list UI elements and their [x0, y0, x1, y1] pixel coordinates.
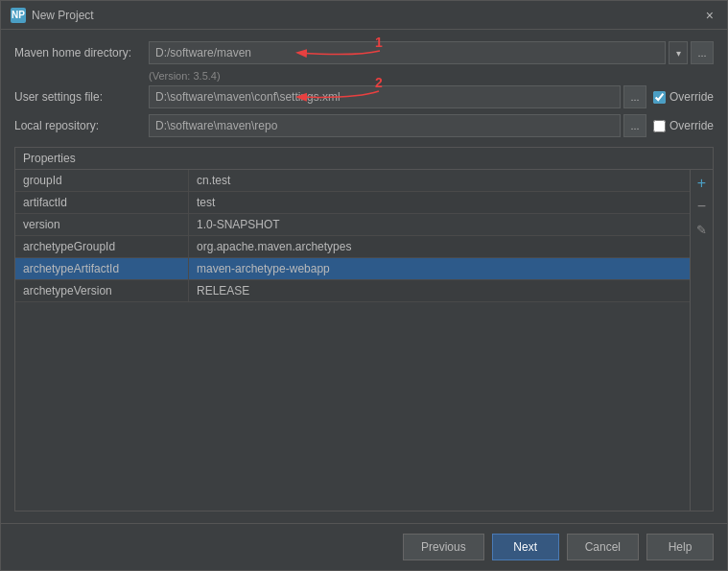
- close-button[interactable]: ×: [702, 7, 717, 24]
- table-row[interactable]: archetypeArtifactId maven-archetype-weba…: [15, 258, 690, 280]
- prop-value: cn.test: [188, 170, 690, 191]
- prop-value: org.apache.maven.archetypes: [188, 236, 690, 257]
- user-settings-override-label: Override: [669, 90, 714, 104]
- local-repo-row: Local repository: ... Override: [14, 114, 714, 137]
- local-repo-label: Local repository:: [14, 119, 149, 132]
- properties-sidebar: + − ✎: [690, 170, 713, 511]
- new-project-dialog: NP New Project × 1 2 Ma: [0, 0, 728, 571]
- user-settings-row: User settings file: ... Override: [14, 85, 714, 108]
- user-settings-input-group: ... Override: [149, 85, 714, 108]
- table-row[interactable]: version 1.0-SNAPSHOT: [15, 214, 690, 236]
- local-repo-browse[interactable]: ...: [623, 114, 646, 137]
- user-settings-override-checkbox[interactable]: [653, 91, 666, 104]
- table-row[interactable]: artifactId test: [15, 192, 690, 214]
- maven-version-text: (Version: 3.5.4): [149, 70, 714, 82]
- title-bar: NP New Project ×: [1, 1, 727, 30]
- maven-home-dropdown[interactable]: ▾: [669, 41, 688, 64]
- prop-value: 1.0-SNAPSHOT: [188, 214, 690, 235]
- properties-body: groupId cn.test artifactId test version …: [15, 170, 713, 511]
- add-property-button[interactable]: +: [693, 174, 712, 193]
- prop-key: version: [15, 214, 188, 235]
- bottom-bar: Previous Next Cancel Help: [1, 523, 727, 570]
- maven-home-browse[interactable]: ...: [691, 41, 714, 64]
- user-settings-browse[interactable]: ...: [623, 85, 646, 108]
- table-row[interactable]: groupId cn.test: [15, 170, 690, 192]
- local-repo-override-label: Override: [669, 119, 714, 132]
- maven-home-row: Maven home directory: ▾ ...: [14, 41, 714, 64]
- user-settings-label: User settings file:: [14, 90, 149, 104]
- prop-key: archetypeGroupId: [15, 236, 188, 257]
- user-settings-input[interactable]: [149, 85, 621, 108]
- table-row[interactable]: archetypeVersion RELEASE: [15, 280, 690, 302]
- prop-key: archetypeVersion: [15, 280, 188, 301]
- prop-key: artifactId: [15, 192, 188, 213]
- next-button[interactable]: Next: [492, 534, 559, 560]
- maven-home-label: Maven home directory:: [14, 46, 149, 59]
- local-repo-input[interactable]: [149, 114, 621, 137]
- user-settings-override-group: Override: [653, 85, 714, 108]
- remove-property-button[interactable]: −: [693, 197, 712, 216]
- dialog-content: 1 2 Maven home directory: ▾ ...: [1, 30, 727, 523]
- prop-value: maven-archetype-webapp: [188, 258, 690, 279]
- previous-button[interactable]: Previous: [403, 534, 484, 560]
- prop-value: RELEASE: [188, 280, 690, 301]
- dialog-icon: NP: [11, 8, 26, 23]
- local-repo-override-group: Override: [653, 114, 714, 137]
- help-button[interactable]: Help: [646, 534, 714, 560]
- properties-header: Properties: [15, 148, 713, 170]
- properties-section: Properties groupId cn.test artifactId te…: [14, 147, 714, 512]
- local-repo-override-checkbox[interactable]: [653, 120, 666, 132]
- maven-home-input-group: ▾ ...: [149, 41, 714, 64]
- prop-value: test: [188, 192, 690, 213]
- prop-key: groupId: [15, 170, 188, 191]
- maven-home-input[interactable]: [149, 41, 666, 64]
- edit-property-button[interactable]: ✎: [693, 220, 712, 239]
- dialog-title: New Project: [32, 9, 94, 22]
- local-repo-input-group: ... Override: [149, 114, 714, 137]
- table-row[interactable]: archetypeGroupId org.apache.maven.archet…: [15, 236, 690, 258]
- cancel-button[interactable]: Cancel: [567, 534, 639, 560]
- prop-key: archetypeArtifactId: [15, 258, 188, 279]
- properties-table: groupId cn.test artifactId test version …: [15, 170, 690, 511]
- title-bar-left: NP New Project: [11, 8, 94, 23]
